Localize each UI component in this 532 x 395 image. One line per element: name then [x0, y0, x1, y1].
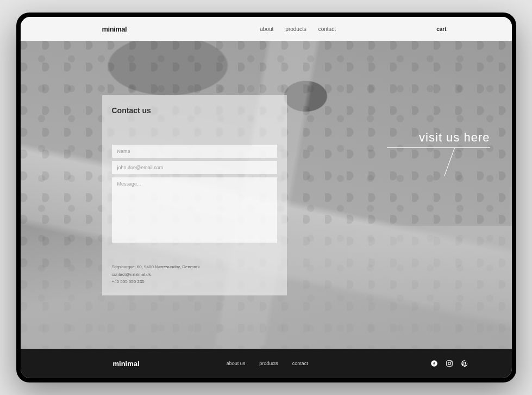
cart-link[interactable]: cart: [436, 26, 446, 32]
footer-logo[interactable]: minimal: [113, 360, 140, 368]
contact-card: Contact us Stigsborgvej 60, 9400 Nørresu…: [102, 95, 287, 295]
nav-products[interactable]: products: [285, 26, 306, 32]
contact-phone: +45 555 555 235: [112, 278, 277, 286]
visit-underline: [387, 147, 490, 148]
contact-title: Contact us: [112, 106, 277, 115]
header-nav: about products contact: [260, 26, 336, 32]
svg-point-2: [450, 361, 451, 362]
email-input[interactable]: [112, 161, 277, 174]
contact-address: Stigsborgvej 60, 9400 Nørresundby, Denma…: [112, 263, 277, 271]
map-area: Contact us Stigsborgvej 60, 9400 Nørresu…: [21, 41, 512, 349]
pinterest-icon[interactable]: [461, 360, 468, 367]
social-links: [430, 360, 468, 367]
screen: minimal about products contact cart Cont…: [21, 17, 512, 378]
nav-contact[interactable]: contact: [318, 26, 336, 32]
name-input[interactable]: [112, 145, 277, 158]
footer-bar: minimal about us products contact: [21, 349, 512, 378]
svg-point-1: [448, 362, 450, 365]
device-frame: minimal about products contact cart Cont…: [16, 13, 516, 382]
nav-about[interactable]: about: [260, 26, 273, 32]
message-input[interactable]: [112, 177, 277, 243]
footer-nav-contact[interactable]: contact: [292, 361, 308, 366]
instagram-icon[interactable]: [446, 360, 453, 367]
contact-email: contact@minimal.dk: [112, 271, 277, 279]
footer-nav-products[interactable]: products: [259, 361, 278, 366]
contact-info: Stigsborgvej 60, 9400 Nørresundby, Denma…: [112, 263, 277, 286]
footer-nav-about[interactable]: about us: [227, 361, 246, 366]
visit-label: visit us here: [419, 131, 490, 145]
brand-logo[interactable]: minimal: [102, 25, 127, 33]
header-bar: minimal about products contact cart: [21, 17, 512, 41]
footer-nav: about us products contact: [227, 361, 308, 366]
facebook-icon[interactable]: [430, 360, 438, 367]
